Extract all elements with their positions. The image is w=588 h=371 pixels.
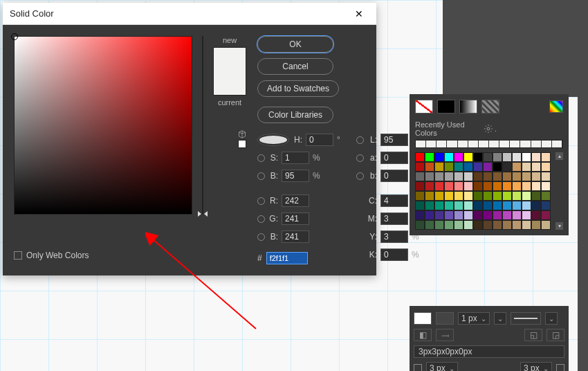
radius-right[interactable]: 3 px [520, 362, 552, 371]
swatch-cell[interactable] [454, 172, 463, 181]
swatch-cell[interactable] [425, 181, 434, 191]
y-field[interactable] [380, 230, 408, 243]
close-button[interactable]: ✕ [349, 3, 369, 24]
swatch-cell[interactable] [531, 152, 541, 162]
swatch-cell[interactable] [512, 210, 522, 220]
b-field[interactable] [282, 170, 309, 182]
swatch-cell[interactable] [454, 210, 463, 220]
stroke-swatch[interactable] [436, 312, 454, 325]
swatch-cell[interactable] [425, 172, 434, 181]
corner-radius-field[interactable]: 3px3px0px0px [414, 345, 564, 358]
corner-icon-2[interactable]: ◲ [546, 329, 564, 341]
corner-icon[interactable]: ◱ [524, 329, 542, 341]
swatch-cell[interactable] [415, 172, 425, 181]
swatch-cell[interactable] [425, 220, 434, 230]
swatch-cell[interactable] [483, 172, 493, 181]
swatch-cell[interactable] [463, 220, 473, 230]
swatch-cell[interactable] [522, 162, 531, 172]
swatch-cell[interactable] [425, 191, 434, 201]
swatch-cell[interactable] [531, 162, 541, 172]
swatch-cell[interactable] [531, 220, 541, 230]
swatch-cell[interactable] [444, 172, 454, 181]
swatch-cell[interactable] [541, 201, 551, 210]
swatch-cell[interactable] [434, 172, 444, 181]
fill-swatch[interactable] [414, 312, 432, 325]
swatch-cell[interactable] [463, 172, 473, 181]
swatch-cell[interactable] [512, 191, 522, 201]
swatch-cell[interactable] [444, 201, 454, 210]
swatch-cell[interactable] [512, 201, 522, 210]
radio-lb[interactable] [356, 172, 364, 180]
swatch-cell[interactable] [483, 210, 493, 220]
recent-colors-row[interactable] [415, 140, 563, 148]
websafe-swatch[interactable] [238, 140, 246, 148]
gear-icon[interactable] [484, 124, 493, 134]
swatch-cell[interactable] [531, 210, 541, 220]
swatch-cell[interactable] [434, 201, 444, 210]
swatch-cell[interactable] [463, 191, 473, 201]
swatch-cell[interactable] [512, 152, 522, 162]
swatch-cell[interactable] [463, 162, 473, 172]
swatch-cell[interactable] [473, 172, 483, 181]
swatch-cell[interactable] [473, 191, 483, 201]
swatch-cell[interactable] [473, 201, 483, 210]
swatch-cell[interactable] [454, 191, 463, 201]
fill-none-button[interactable] [415, 100, 433, 114]
swatch-cell[interactable] [512, 162, 522, 172]
k-field[interactable] [380, 248, 408, 261]
swatch-cell[interactable] [454, 162, 463, 172]
swatch-cell[interactable] [502, 162, 512, 172]
radio-r[interactable] [257, 197, 265, 205]
swatch-cell[interactable] [473, 162, 483, 172]
swatch-cell[interactable] [522, 172, 531, 181]
fill-pattern-button[interactable] [481, 100, 499, 114]
swatch-cell[interactable] [434, 210, 444, 220]
swatch-cell[interactable] [434, 152, 444, 162]
swatch-cell[interactable] [415, 191, 425, 201]
swatch-cell[interactable] [415, 201, 425, 210]
stroke-style[interactable] [511, 312, 541, 325]
swatch-cell[interactable] [512, 181, 522, 191]
swatch-cell[interactable] [425, 152, 434, 162]
swatch-cell[interactable] [502, 152, 512, 162]
swatch-cell[interactable] [541, 181, 551, 191]
radius-link-left[interactable] [414, 364, 422, 371]
radio-l[interactable] [356, 136, 364, 144]
h-field[interactable] [306, 134, 333, 146]
swatch-cell[interactable] [415, 162, 425, 172]
swatch-cell[interactable] [483, 191, 493, 201]
swatch-cell[interactable] [531, 181, 541, 191]
fill-gradient-button[interactable] [459, 100, 477, 114]
swatch-cell[interactable] [493, 220, 502, 230]
swatch-cell[interactable] [522, 201, 531, 210]
swatch-cell[interactable] [502, 201, 512, 210]
caps-icon[interactable]: ⟞ [436, 329, 454, 341]
hue-slider[interactable] [202, 36, 203, 215]
swatch-cell[interactable] [541, 220, 551, 230]
ok-button[interactable]: OK [257, 36, 333, 53]
swatch-cell[interactable] [512, 220, 522, 230]
swatch-cell[interactable] [473, 181, 483, 191]
swatch-cell[interactable] [541, 191, 551, 201]
swatch-cell[interactable] [425, 162, 434, 172]
swatch-cell[interactable] [434, 220, 444, 230]
swatch-cell[interactable] [454, 152, 463, 162]
scroll-down-button[interactable]: ▾ [555, 222, 563, 230]
swatch-cell[interactable] [493, 201, 502, 210]
dialog-titlebar[interactable]: Solid Color ✕ [3, 3, 376, 25]
swatch-cell[interactable] [415, 152, 425, 162]
s-field[interactable] [282, 152, 309, 164]
swatch-cell[interactable] [531, 191, 541, 201]
swatch-cell[interactable] [541, 162, 551, 172]
swatch-cell[interactable] [444, 152, 454, 162]
swatch-cell[interactable] [493, 181, 502, 191]
swatch-cell[interactable] [522, 152, 531, 162]
swatch-cell[interactable] [502, 210, 512, 220]
swatch-cell[interactable] [483, 220, 493, 230]
swatch-cell[interactable] [454, 220, 463, 230]
color-preview[interactable] [213, 47, 246, 96]
swatch-cell[interactable] [473, 210, 483, 220]
stroke-width-dropdown[interactable] [494, 312, 506, 325]
c-field[interactable] [380, 194, 408, 207]
gamut-warning-icon[interactable] [238, 130, 246, 138]
